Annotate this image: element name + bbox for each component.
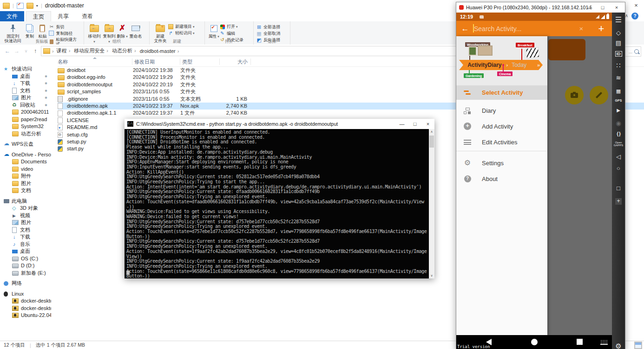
- copy-button[interactable]: 复制: [23, 23, 36, 39]
- tab-share[interactable]: 共享: [51, 11, 75, 21]
- toolbar-icon[interactable]: ◇: [612, 30, 625, 36]
- column-header-name[interactable]: 名称: [58, 58, 132, 65]
- drawer-item-edit-activities[interactable]: Edit Activities: [456, 134, 547, 150]
- quick-access-properties-icon[interactable]: [17, 3, 24, 9]
- toolbar-icon[interactable]: ▤: [612, 40, 625, 46]
- sidebar-item[interactable]: Ubuntu-22.04 ✱: [0, 312, 51, 319]
- sidebar-item[interactable]: 图片 ✱: [0, 219, 51, 226]
- scroll-down-icon[interactable]: ∨: [429, 273, 434, 278]
- activity-search-input[interactable]: Search Activity...: [474, 25, 572, 32]
- back-arrow-icon[interactable]: ←: [456, 24, 474, 33]
- select-all-button[interactable]: ⊞全部选择: [256, 24, 280, 29]
- column-header-size[interactable]: 大小: [220, 58, 251, 65]
- cmd-titlebar[interactable]: C:\Windows\System32\cmd.exe - python sta…: [125, 119, 434, 129]
- camera-fab[interactable]: [565, 86, 584, 104]
- drawer-item-settings[interactable]: ⚙ Settings: [456, 155, 547, 171]
- toolbar-icon[interactable]: ▶: [612, 107, 625, 114]
- sidebar-item[interactable]: 下载 ✱: [0, 80, 51, 87]
- toolbar-icon[interactable]: ∷: [612, 62, 625, 69]
- sidebar-item[interactable]: D (D:) ✱: [0, 262, 51, 270]
- paste-button[interactable]: 粘贴: [36, 23, 49, 39]
- emulator-minimize-button[interactable]: —: [585, 2, 595, 13]
- emulator-close-button[interactable]: ×: [611, 2, 622, 13]
- drawer-item-select-activity[interactable]: Select Activity: [456, 85, 547, 100]
- sidebar-item[interactable]: 附件 ✱: [0, 173, 51, 180]
- sidebar-item[interactable]: System32 ✱: [0, 123, 51, 130]
- cmd-close-button[interactable]: ×: [421, 119, 434, 129]
- breadcrumb-segment[interactable]: droidbot-master: [139, 48, 182, 54]
- toolbar-icon[interactable]: { }: [612, 131, 625, 137]
- sidebar-item[interactable]: 音乐 ✱: [0, 241, 51, 248]
- recent-locations-caret-icon[interactable]: ∨: [22, 49, 30, 53]
- toolbar-icon[interactable]: ▦: [612, 88, 625, 94]
- sidebar-item[interactable]: docker-desktop-c ✱: [0, 305, 51, 312]
- column-header-type[interactable]: 类型: [180, 58, 220, 65]
- copy-path-button[interactable]: 复制路径: [49, 31, 81, 36]
- sidebar-item[interactable]: 图片 ✱: [0, 94, 51, 102]
- sidebar-item[interactable]: 视频 ✱: [0, 212, 51, 220]
- breadcrumb-segment[interactable]: 动态分析: [111, 47, 139, 54]
- cut-button[interactable]: ✂剪切: [49, 24, 81, 29]
- toolbar-icon[interactable]: ☰: [612, 17, 625, 23]
- sidebar-item[interactable]: 图片 ✱: [0, 180, 51, 187]
- sidebar-item[interactable]: docker-desktop ✱: [0, 297, 51, 305]
- sidebar-item[interactable]: WPS云盘 ✱: [0, 141, 51, 148]
- cmd-maximize-button[interactable]: □: [408, 119, 421, 129]
- cmd-scrollbar[interactable]: ∧ ∨: [429, 129, 434, 278]
- sidebar-item[interactable]: paper2read ✱: [0, 116, 51, 123]
- edit-fab[interactable]: [590, 86, 608, 104]
- edit-button[interactable]: ✎编辑: [220, 31, 243, 36]
- new-item-button[interactable]: 新建项目: [168, 24, 194, 29]
- drawer-item-add-activity[interactable]: Add Activity: [456, 118, 547, 134]
- clear-search-icon[interactable]: ×: [572, 25, 591, 32]
- tab-home[interactable]: 主页: [26, 11, 51, 21]
- sidebar-item[interactable]: 文档 ✱: [0, 187, 51, 194]
- sidebar-item[interactable]: 3D 对象 ✱: [0, 205, 51, 212]
- toolbar-icon[interactable]: ○: [612, 165, 625, 172]
- explorer-close-button[interactable]: ×: [632, 2, 640, 9]
- toolbar-icon[interactable]: ◁: [612, 154, 625, 160]
- thumbnail-view-icon[interactable]: [634, 342, 642, 349]
- easy-access-button[interactable]: ↱轻松访问: [168, 31, 194, 36]
- toolbar-icon[interactable]: ID: [612, 51, 625, 57]
- delete-button[interactable]: ✗ 删除: [117, 23, 128, 39]
- cmd-minimize-button[interactable]: —: [395, 119, 408, 129]
- sidebar-item[interactable]: 文档 ✱: [0, 87, 51, 95]
- sidebar-item[interactable]: video ✱: [0, 166, 51, 173]
- toolbar-icon[interactable]: ≋: [612, 75, 625, 81]
- nav-home-icon[interactable]: [531, 339, 538, 345]
- up-button[interactable]: ↑: [32, 48, 39, 54]
- emulator-maximize-button[interactable]: □: [598, 2, 608, 13]
- toolbar-icon[interactable]: □: [612, 185, 625, 192]
- toolbar-icon[interactable]: Open GAPPS: [612, 141, 625, 147]
- back-button[interactable]: ←: [4, 48, 11, 54]
- breadcrumb[interactable]: › 课程移动应用安全动态分析droidbot-master: [41, 46, 515, 56]
- help-icon[interactable]: ?: [631, 13, 638, 19]
- properties-button[interactable]: 属性: [208, 23, 220, 39]
- breadcrumb-segment[interactable]: 移动应用安全: [73, 47, 111, 54]
- sidebar-item[interactable]: 文档 ✱: [0, 226, 51, 234]
- quick-access-caret-icon[interactable]: ▾: [36, 4, 38, 8]
- tab-file[interactable]: 文件: [0, 11, 24, 21]
- sidebar-item[interactable]: 快速访问 ✱: [0, 65, 51, 73]
- column-header-date[interactable]: 修改日期: [132, 58, 180, 65]
- forward-button[interactable]: →: [13, 48, 20, 54]
- nav-recents-icon[interactable]: [577, 339, 583, 345]
- drawer-item-about[interactable]: About: [456, 171, 547, 187]
- quick-access-newfolder-icon[interactable]: [26, 3, 33, 9]
- scroll-up-icon[interactable]: ∧: [429, 129, 434, 135]
- sidebar-item[interactable]: OS (C:) ✱: [0, 255, 51, 263]
- open-button[interactable]: 打开: [220, 24, 243, 29]
- sidebar-item[interactable]: 2000462011 ✱: [0, 109, 51, 116]
- tab-view[interactable]: 查看: [75, 11, 99, 21]
- sidebar-item[interactable]: Documents ✱: [0, 158, 51, 166]
- sidebar-item[interactable]: 下载 ✱: [0, 233, 51, 241]
- toolbar-icon[interactable]: ◉: [612, 120, 625, 127]
- sidebar-item[interactable]: Linux ✱: [0, 291, 51, 298]
- sidebar-item[interactable]: 回收站 ✱: [0, 102, 51, 109]
- breadcrumb-segment[interactable]: 课程: [56, 47, 73, 54]
- sidebar-item[interactable]: 桌面 ✱: [0, 248, 51, 255]
- add-icon[interactable]: +: [591, 23, 612, 35]
- nav-keyboard-icon[interactable]: [600, 340, 608, 345]
- sidebar-item[interactable]: 新加卷 (E:) ✱: [0, 270, 51, 277]
